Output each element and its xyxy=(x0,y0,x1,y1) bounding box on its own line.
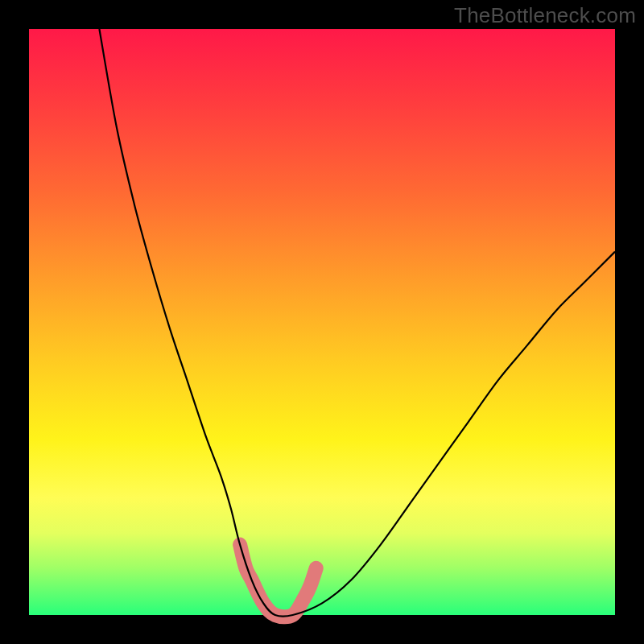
plot-svg xyxy=(29,29,615,615)
main-curve-path xyxy=(99,29,615,617)
plot-area xyxy=(29,29,615,615)
watermark-label: TheBottleneck.com xyxy=(454,3,636,28)
chart-frame: TheBottleneck.com xyxy=(0,0,644,644)
